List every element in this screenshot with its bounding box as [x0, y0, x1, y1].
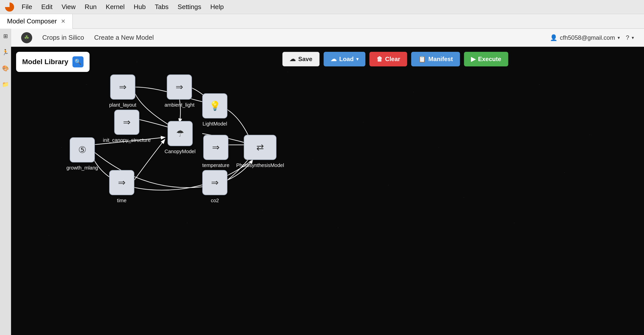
load-label: Load: [339, 56, 353, 63]
model-library-title: Model Library: [22, 58, 68, 66]
menu-help[interactable]: Help: [210, 3, 224, 11]
node-ambient-light-box[interactable]: ⇒: [167, 74, 192, 100]
canvas-area[interactable]: Model Library 🔍 ☁ Save ☁ Load ▾ 🗑 Clear …: [11, 47, 644, 335]
nav-brand[interactable]: Crops in Silico: [42, 34, 84, 41]
nav-bar: ☘ Crops in Silico Create a New Model 👤 c…: [11, 29, 644, 47]
menu-tabs[interactable]: Tabs: [155, 3, 169, 11]
menu-edit[interactable]: Edit: [41, 3, 53, 11]
node-canopy-model-box[interactable]: ☂: [168, 121, 193, 146]
menu-hub[interactable]: Hub: [134, 3, 146, 11]
node-growth-mlang-label: growth_mlang: [66, 165, 98, 171]
tab-label: Model Composer: [7, 17, 57, 25]
node-plant-layout-label: plant_layout: [109, 102, 136, 108]
node-connections: [11, 47, 644, 335]
user-email: cfh5058@gmail.com: [560, 34, 615, 41]
menu-file[interactable]: File: [22, 3, 32, 11]
node-time-box[interactable]: ⇒: [109, 170, 134, 195]
node-time-label: time: [117, 198, 127, 203]
node-temperature[interactable]: ⇒ temperature: [202, 135, 229, 168]
node-growth-mlang[interactable]: ⑤ growth_mlang: [66, 137, 98, 171]
menu-view[interactable]: View: [62, 3, 76, 11]
user-info[interactable]: 👤 cfh5058@gmail.com ▾: [550, 34, 620, 41]
brand-logo-icon: ☘: [24, 34, 29, 41]
sidebar-home-icon[interactable]: ⊞: [1, 32, 10, 41]
tab-close-button[interactable]: ✕: [61, 18, 65, 25]
menu-kernel[interactable]: Kernel: [106, 3, 125, 11]
toolbar: ☁ Save ☁ Load ▾ 🗑 Clear 📋 Manifest ▶ Exe…: [282, 52, 508, 66]
node-light-model-label: LightModel: [203, 121, 227, 127]
sidebar-run-icon[interactable]: 🏃: [1, 48, 10, 57]
node-light-model[interactable]: 💡 LightModel: [202, 93, 227, 127]
node-temperature-label: temperature: [202, 162, 229, 168]
user-icon: 👤: [550, 34, 557, 41]
save-icon: ☁: [290, 56, 296, 63]
node-temperature-box[interactable]: ⇒: [203, 135, 228, 160]
node-plant-layout-box[interactable]: ⇒: [110, 74, 135, 100]
node-init-canopy-label: init_canopy_structure: [103, 137, 151, 143]
node-canopy-model-label: CanopyModel: [165, 149, 195, 154]
node-co2-label: co2: [211, 198, 219, 203]
node-time[interactable]: ⇒ time: [109, 170, 134, 203]
main-area: ☘ Crops in Silico Create a New Model 👤 c…: [11, 29, 644, 335]
node-photosynthesis-box[interactable]: ⇄: [244, 135, 276, 160]
clear-icon: 🗑: [377, 56, 383, 63]
manifest-label: Manifest: [428, 56, 453, 63]
node-ambient-light[interactable]: ⇒ ambient_light: [165, 74, 194, 108]
model-library-panel: Model Library 🔍: [16, 52, 90, 72]
node-co2[interactable]: ⇒ co2: [202, 170, 227, 203]
node-ambient-light-label: ambient_light: [165, 102, 194, 108]
help-dropdown-arrow[interactable]: ▾: [632, 35, 634, 40]
title-bar: File Edit View Run Kernel Hub Tabs Setti…: [0, 0, 644, 14]
node-photosynthesis[interactable]: ⇄ PhotosynthesisModel: [236, 135, 284, 168]
manifest-button[interactable]: 📋 Manifest: [411, 52, 460, 66]
execute-label: Execute: [478, 56, 501, 63]
menu-bar: File Edit View Run Kernel Hub Tabs Setti…: [22, 3, 224, 11]
app-icon: [5, 3, 14, 12]
node-light-model-box[interactable]: 💡: [202, 93, 227, 118]
node-init-canopy[interactable]: ⇒ init_canopy_structure: [103, 110, 151, 143]
save-button[interactable]: ☁ Save: [282, 52, 319, 66]
manifest-icon: 📋: [418, 56, 426, 63]
help-text: ?: [626, 34, 629, 41]
brand-logo: ☘: [21, 32, 32, 43]
menu-run[interactable]: Run: [85, 3, 97, 11]
execute-button[interactable]: ▶ Execute: [464, 52, 508, 66]
tab-bar: Model Composer ✕: [0, 14, 644, 29]
nav-create-new[interactable]: Create a New Model: [94, 34, 154, 41]
load-button[interactable]: ☁ Load ▾: [324, 52, 365, 66]
node-plant-layout[interactable]: ⇒ plant_layout: [109, 74, 136, 108]
help-button[interactable]: ? ▾: [626, 34, 634, 41]
load-icon: ☁: [331, 56, 337, 63]
node-co2-box[interactable]: ⇒: [202, 170, 227, 195]
load-dropdown-arrow[interactable]: ▾: [356, 56, 358, 62]
node-canopy-model[interactable]: ☂ CanopyModel: [165, 121, 195, 154]
sidebar-folder-icon[interactable]: 📁: [1, 80, 10, 89]
sidebar: ⊞ 🏃 🎨 📁: [0, 29, 11, 335]
node-growth-mlang-box[interactable]: ⑤: [70, 137, 95, 162]
sidebar-palette-icon[interactable]: 🎨: [1, 64, 10, 73]
tab-model-composer[interactable]: Model Composer ✕: [0, 14, 73, 29]
user-dropdown-arrow[interactable]: ▾: [618, 35, 620, 40]
menu-settings[interactable]: Settings: [178, 3, 201, 11]
clear-label: Clear: [385, 56, 400, 63]
nav-right: 👤 cfh5058@gmail.com ▾ ? ▾: [550, 34, 634, 41]
model-library-search-button[interactable]: 🔍: [72, 56, 84, 67]
clear-button[interactable]: 🗑 Clear: [370, 52, 407, 66]
execute-icon: ▶: [471, 56, 475, 63]
node-init-canopy-box[interactable]: ⇒: [114, 110, 139, 135]
node-photosynthesis-label: PhotosynthesisModel: [236, 162, 284, 168]
save-label: Save: [298, 56, 312, 63]
